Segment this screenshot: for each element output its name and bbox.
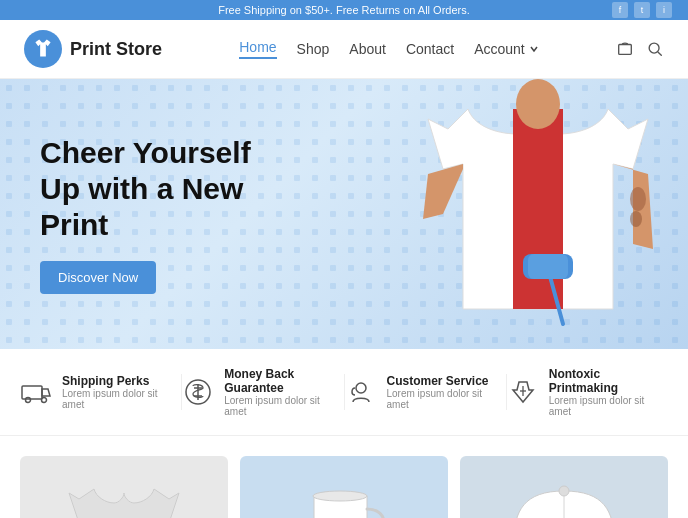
mug-category-image: [240, 466, 448, 518]
nontoxic-icon: [507, 376, 539, 408]
svg-point-10: [630, 187, 646, 211]
feature-moneyback-text: Money Back Guarantee Lorem ipsum dolor s…: [224, 367, 343, 417]
feature-shipping: Shipping Perks Lorem ipsum dolor sit ame…: [20, 374, 181, 410]
nav-icons: [616, 40, 664, 58]
category-tshirts: T-Shirts View all: [20, 456, 228, 518]
logo-text: Print Store: [70, 39, 162, 60]
main-nav: Home Shop About Contact Account: [239, 39, 539, 59]
nav-contact[interactable]: Contact: [406, 41, 454, 57]
svg-point-22: [559, 486, 569, 496]
category-mugs: Mugs View all: [240, 456, 448, 518]
feature-shipping-text: Shipping Perks Lorem ipsum dolor sit ame…: [62, 374, 181, 410]
banner-text: Free Shipping on $50+. Free Returns on A…: [218, 4, 470, 16]
feature-nontoxic: Nontoxic Printmaking Lorem ipsum dolor s…: [507, 367, 668, 417]
categories-section: T-Shirts View all Mugs View all: [0, 436, 688, 518]
header: Print Store Home Shop About Contact Acco…: [0, 20, 688, 79]
feature-nontoxic-text: Nontoxic Printmaking Lorem ipsum dolor s…: [549, 367, 668, 417]
svg-rect-9: [528, 254, 568, 279]
svg-point-17: [356, 383, 366, 393]
nav-account[interactable]: Account: [474, 41, 539, 57]
hat-category-image: [460, 466, 668, 518]
chevron-down-icon: [529, 44, 539, 54]
hero-title: Cheer Yourself Up with a New Print: [40, 135, 280, 243]
search-icon[interactable]: [646, 40, 664, 58]
social-icons: f t i: [612, 2, 672, 18]
mug-svg: [294, 471, 394, 518]
svg-point-2: [649, 43, 659, 53]
svg-point-15: [42, 398, 47, 403]
svg-line-3: [658, 52, 661, 55]
hero-section: Cheer Yourself Up with a New Print Disco…: [0, 79, 688, 349]
svg-point-20: [313, 491, 367, 501]
svg-point-14: [26, 398, 31, 403]
svg-rect-1: [619, 45, 632, 55]
svg-point-11: [630, 211, 642, 227]
nav-shop[interactable]: Shop: [297, 41, 330, 57]
logo[interactable]: Print Store: [24, 30, 162, 68]
twitter-icon[interactable]: t: [634, 2, 650, 18]
svg-point-12: [516, 79, 560, 129]
hat-svg: [499, 476, 629, 518]
cart-icon[interactable]: [616, 40, 634, 58]
customerservice-icon: [345, 376, 377, 408]
nav-home[interactable]: Home: [239, 39, 276, 59]
moneyback-icon: [182, 376, 214, 408]
instagram-icon[interactable]: i: [656, 2, 672, 18]
tshirt-svg: [64, 471, 184, 518]
top-banner: Free Shipping on $50+. Free Returns on A…: [0, 0, 688, 20]
hero-tshirt-image: [418, 79, 658, 349]
features-bar: Shipping Perks Lorem ipsum dolor sit ame…: [0, 349, 688, 436]
svg-rect-13: [22, 386, 42, 399]
tshirt-category-image: [20, 466, 228, 518]
discover-now-button[interactable]: Discover Now: [40, 261, 156, 294]
nav-about[interactable]: About: [349, 41, 386, 57]
logo-icon: [24, 30, 62, 68]
feature-customerservice-text: Customer Service Lorem ipsum dolor sit a…: [387, 374, 506, 410]
category-hats: Hats View all: [460, 456, 668, 518]
feature-moneyback: Money Back Guarantee Lorem ipsum dolor s…: [182, 367, 343, 417]
feature-customerservice: Customer Service Lorem ipsum dolor sit a…: [345, 374, 506, 410]
facebook-icon[interactable]: f: [612, 2, 628, 18]
shipping-icon: [20, 376, 52, 408]
hero-content: Cheer Yourself Up with a New Print Disco…: [0, 105, 320, 324]
